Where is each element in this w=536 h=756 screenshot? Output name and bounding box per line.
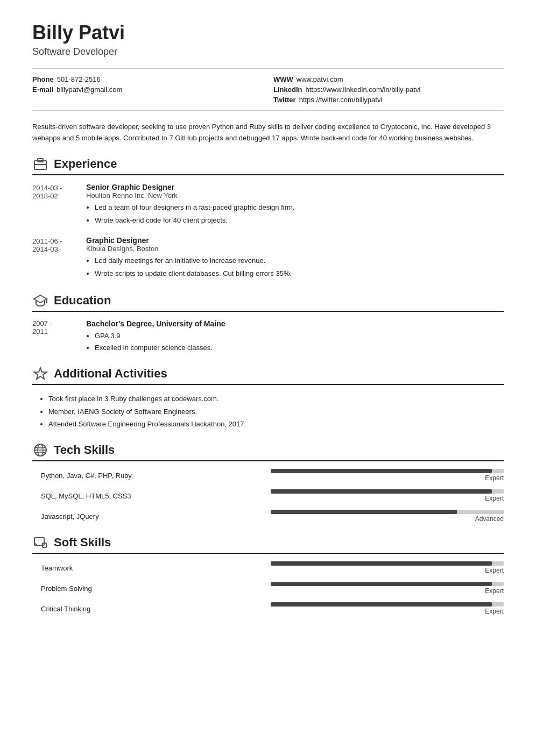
soft-skill-bar-3: Expert bbox=[271, 602, 504, 615]
exp-content-1: Senior Graphic Designer Houlton Renno In… bbox=[86, 183, 504, 227]
soft-skill-fill-1 bbox=[271, 561, 492, 566]
soft-skill-level-2: Expert bbox=[485, 587, 504, 595]
summary: Results-driven software developer, seeki… bbox=[32, 122, 504, 144]
experience-header: Experience bbox=[32, 156, 504, 175]
soft-skill-row-3: Critical Thinking Expert bbox=[32, 602, 504, 615]
experience-title: Experience bbox=[54, 157, 117, 171]
soft-skill-track-1 bbox=[271, 561, 504, 566]
tech-skills-icon bbox=[32, 442, 48, 458]
tech-skill-row-2: SQL, MySQL, HTML5, CSS3 Expert bbox=[32, 489, 504, 502]
tech-skill-row-1: Python, Java, C#, PHP, Ruby Expert bbox=[32, 469, 504, 482]
activities-title: Additional Activities bbox=[54, 367, 167, 381]
experience-icon bbox=[32, 156, 48, 172]
activity-bullet-2: Member, IAENG Society of Software Engine… bbox=[48, 405, 504, 418]
activities-section: Additional Activities Took first place i… bbox=[32, 366, 504, 430]
contact-twitter: Twitter https://twitter.com/billypatvi bbox=[273, 96, 504, 104]
experience-section: Experience 2014-03 -2018-02 Senior Graph… bbox=[32, 156, 504, 281]
edu-entry-1: 2007 -2011 Bachelor's Degree, University… bbox=[32, 319, 504, 354]
exp-company-2: Kibula Designs, Boston bbox=[86, 245, 504, 253]
contact-phone: Phone 501-872-2516 bbox=[32, 75, 263, 83]
tech-skill-fill-2 bbox=[271, 489, 492, 494]
soft-skill-row-2: Problem Solving Expert bbox=[32, 582, 504, 595]
twitter-label: Twitter bbox=[273, 96, 296, 104]
exp-company-1: Houlton Renno Inc. New York bbox=[86, 191, 504, 199]
exp-bullet-1-1: Led a team of four designers in a fast-p… bbox=[95, 202, 504, 213]
tech-skills-title: Tech Skills bbox=[54, 443, 115, 457]
activity-bullets: Took first place in 3 Ruby challenges at… bbox=[32, 393, 504, 430]
exp-bullets-2: Led daily meetings for an initiative to … bbox=[86, 255, 504, 280]
exp-bullet-2-1: Led daily meetings for an initiative to … bbox=[95, 255, 504, 267]
exp-date-1: 2014-03 -2018-02 bbox=[32, 183, 86, 227]
edu-bullets-1: GPA 3.9 Excelled in computer science cla… bbox=[86, 330, 504, 354]
tech-skill-name-2: SQL, MySQL, HTML5, CSS3 bbox=[32, 492, 265, 500]
phone-value: 501-872-2516 bbox=[57, 75, 101, 83]
soft-skill-bar-2: Expert bbox=[271, 582, 504, 595]
soft-skill-track-2 bbox=[271, 582, 504, 586]
tech-skill-bar-2: Expert bbox=[271, 489, 504, 502]
tech-skill-level-3: Advanced bbox=[475, 515, 504, 523]
twitter-value: https://twitter.com/billypatvi bbox=[299, 96, 383, 104]
soft-skill-level-1: Expert bbox=[485, 567, 504, 574]
contact-linkedin: LinkedIn https://www.linkedin.com/in/bil… bbox=[273, 85, 504, 94]
edu-bullet-1-2: Excelled in computer science classes. bbox=[95, 342, 504, 354]
education-section: Education 2007 -2011 Bachelor's Degree, … bbox=[32, 293, 504, 354]
www-label: WWW bbox=[273, 75, 293, 83]
activity-bullet-1: Took first place in 3 Ruby challenges at… bbox=[48, 393, 504, 405]
job-title: Software Developer bbox=[32, 46, 504, 58]
tech-skill-bar-1: Expert bbox=[271, 469, 504, 482]
edu-date-1: 2007 -2011 bbox=[32, 319, 86, 354]
svg-marker-5 bbox=[34, 368, 47, 379]
contact-grid: Phone 501-872-2516 WWW www.patvi.com E-m… bbox=[32, 68, 504, 111]
soft-skills-title: Soft Skills bbox=[54, 536, 111, 550]
education-title: Education bbox=[54, 294, 111, 308]
education-icon bbox=[32, 293, 48, 309]
soft-skills-icon bbox=[32, 534, 48, 551]
tech-skill-track-3 bbox=[271, 510, 504, 514]
tech-skill-track-2 bbox=[271, 489, 504, 494]
linkedin-label: LinkedIn bbox=[273, 85, 302, 94]
contact-www: WWW www.patvi.com bbox=[273, 75, 504, 83]
tech-skill-name-1: Python, Java, C#, PHP, Ruby bbox=[32, 472, 265, 480]
exp-date-2: 2011-06 -2014-03 bbox=[32, 236, 86, 281]
tech-skill-level-1: Expert bbox=[485, 474, 504, 482]
soft-skill-name-2: Problem Solving bbox=[32, 584, 265, 593]
email-label: E-mail bbox=[32, 85, 53, 94]
www-value: www.patvi.com bbox=[297, 75, 343, 83]
tech-skills-section: Tech Skills Python, Java, C#, PHP, Ruby … bbox=[32, 442, 504, 523]
soft-skill-bar-1: Expert bbox=[271, 561, 504, 574]
email-value: billypatvi@gmail.com bbox=[57, 85, 122, 94]
tech-skill-row-3: Javascript, JQuery Advanced bbox=[32, 510, 504, 523]
education-header: Education bbox=[32, 293, 504, 312]
activities-icon bbox=[32, 366, 48, 382]
soft-skills-section: Soft Skills Teamwork Expert Problem Solv… bbox=[32, 534, 504, 615]
linkedin-value: https://www.linkedin.com/in/billy-patvi bbox=[305, 85, 420, 94]
soft-skill-name-1: Teamwork bbox=[32, 564, 265, 572]
exp-content-2: Graphic Designer Kibula Designs, Boston … bbox=[86, 236, 504, 281]
activities-header: Additional Activities bbox=[32, 366, 504, 385]
activity-bullet-3: Attended Software Engineering Profession… bbox=[48, 418, 504, 430]
exp-bullet-2-2: Wrote scripts to update client databases… bbox=[95, 268, 504, 280]
tech-skill-fill-3 bbox=[271, 510, 457, 514]
exp-job-1: Senior Graphic Designer bbox=[86, 183, 504, 191]
exp-entry-2: 2011-06 -2014-03 Graphic Designer Kibula… bbox=[32, 236, 504, 281]
soft-skill-name-3: Critical Thinking bbox=[32, 605, 265, 613]
phone-label: Phone bbox=[32, 75, 54, 83]
soft-skill-track-3 bbox=[271, 602, 504, 607]
name: Billy Patvi bbox=[32, 22, 504, 44]
tech-skill-bar-3: Advanced bbox=[271, 510, 504, 523]
soft-skill-level-3: Expert bbox=[485, 608, 504, 615]
exp-entry-1: 2014-03 -2018-02 Senior Graphic Designer… bbox=[32, 183, 504, 227]
tech-skill-track-1 bbox=[271, 469, 504, 473]
tech-skill-name-3: Javascript, JQuery bbox=[32, 512, 265, 520]
soft-skill-fill-3 bbox=[271, 602, 492, 607]
contact-email: E-mail billypatvi@gmail.com bbox=[32, 85, 263, 94]
soft-skills-header: Soft Skills bbox=[32, 534, 504, 554]
tech-skills-header: Tech Skills bbox=[32, 442, 504, 461]
exp-bullets-1: Led a team of four designers in a fast-p… bbox=[86, 202, 504, 226]
soft-skill-row-1: Teamwork Expert bbox=[32, 561, 504, 574]
edu-degree-1: Bachelor's Degree, University of Maine bbox=[86, 319, 504, 328]
edu-bullet-1-1: GPA 3.9 bbox=[95, 330, 504, 342]
soft-skill-fill-2 bbox=[271, 582, 492, 586]
tech-skill-level-2: Expert bbox=[485, 495, 504, 502]
exp-job-2: Graphic Designer bbox=[86, 236, 504, 245]
